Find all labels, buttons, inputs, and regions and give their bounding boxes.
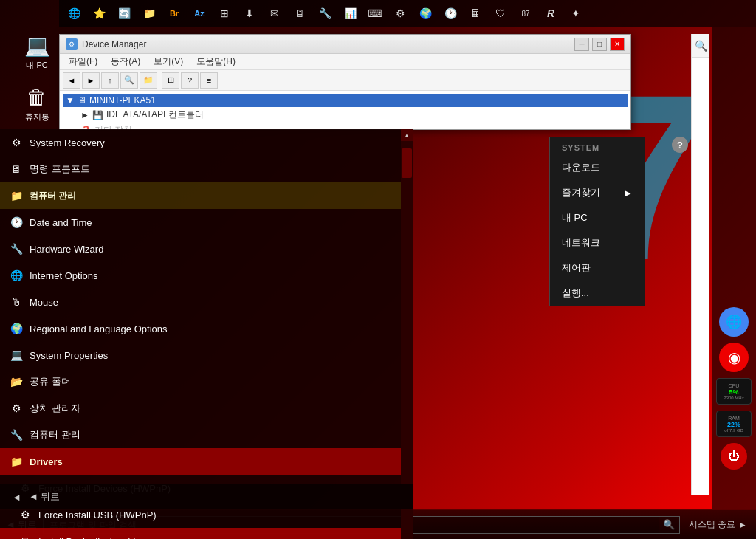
br-icon[interactable]: Br [162,3,186,24]
shared-folder-label: 공유 폴더 [30,375,71,388]
settings2-icon[interactable]: ⚙ [388,3,412,24]
mouse-icon: 🖱 [9,295,24,309]
help-button[interactable]: ? [672,137,688,153]
maximize-button[interactable]: □ [592,38,607,51]
globe-icon[interactable]: 🌍 [413,3,437,24]
search-button[interactable]: 🔍 [659,516,680,534]
device-manager-window: ⚙ Device Manager ─ □ ✕ 파일(F) 동작(A) 보기(V)… [59,34,631,130]
tools-icon[interactable]: 🔧 [313,3,337,24]
date-time-icon: 🕐 [9,215,24,230]
scroll-track [401,141,413,539]
install-basic-display-item[interactable]: 🖥 Install Basic display driver [0,528,413,539]
scroll-up-button[interactable]: ▲ [401,129,413,141]
minimize-button[interactable]: ─ [574,38,589,51]
system-recovery-item[interactable]: ⚙ System Recovery [0,129,413,156]
regional-icon: 🌍 [9,321,24,336]
device-manager-menubar: 파일(F) 동작(A) 보기(V) 도움말(H) [60,54,630,70]
computer-mgmt-icon: 🔧 [9,428,24,442]
r-letter-icon[interactable]: R [539,3,563,24]
az-icon[interactable]: Az [188,3,211,24]
shared-folder-icon: 📂 [9,374,24,389]
star-icon[interactable]: ⭐ [87,3,111,24]
network-menu-item[interactable]: 네트워크 [550,230,645,255]
clock2-icon[interactable]: 🕐 [439,3,462,24]
downloads-menu-item[interactable]: 다운로드 [550,155,645,180]
properties-tool-button[interactable]: ⊞ [162,72,179,89]
calculator-icon[interactable]: 🖩 [464,3,487,24]
favorites-menu-item[interactable]: 즐겨찾기 ► [550,180,645,205]
device-manager-titlebar: ⚙ Device Manager ─ □ ✕ [60,35,630,54]
back-tool-button[interactable]: ◄ [63,72,80,89]
force-usb-icon: ⚙ [18,507,32,522]
favorites-label: 즐겨찾기 [562,186,600,199]
shutdown-widget[interactable]: ⏻ [721,443,747,470]
white-search-icon[interactable]: 🔍 [692,34,709,58]
monitor-icon[interactable]: 🖥 [288,3,312,24]
folder-icon[interactable]: 📁 [137,3,161,24]
keyboard-icon[interactable]: ⌨ [363,3,387,24]
mouse-item[interactable]: 🖱 Mouse [0,289,413,315]
search-tool-button[interactable]: 🔍 [120,72,138,89]
date-time-label: Date and Time [30,217,92,228]
dm-tree-ide[interactable]: ► 💾 IDE ATA/ATAPI 컨트롤러 [63,107,628,123]
top-iconbar: 🌐 ⭐ 🔄 📁 Br Az ⊞ ⬇ ✉ 🖥 🔧 📊 ⌨ ⚙ 🌍 🕐 🖩 🛡 87… [59,0,756,27]
cpu-value: 5% [729,388,738,396]
dm-root-label: MININT-PEKA51 [89,95,156,106]
run-label: 실행... [562,286,589,300]
chart-icon[interactable]: 📊 [338,3,362,24]
download-icon[interactable]: ⬇ [238,3,261,24]
forward-tool-button[interactable]: ► [82,72,100,89]
shutdown-button[interactable]: 시스템 종료 ► [680,518,756,531]
computer-manage-header-item[interactable]: 📁 컴퓨터 관리 [0,182,413,209]
cpu-label: CPU [729,383,740,388]
shared-folder-item[interactable]: 📂 공유 폴더 [0,368,413,395]
shield2-icon[interactable]: 🛡 [489,3,512,24]
my-computer-img: 💻 [24,33,50,58]
regional-language-item[interactable]: 🌍 Regional and Language Options [0,315,413,342]
mail-icon[interactable]: ✉ [263,3,286,24]
run-menu-item[interactable]: 실행... [550,281,645,306]
control-panel-menu-item[interactable]: 제어판 [550,255,645,281]
refresh-icon[interactable]: 🔄 [112,3,136,24]
dm-tree-other[interactable]: ❓ 기타 장치 [63,123,628,129]
context-section-label: SYSTEM [550,137,645,155]
view-menu[interactable]: 보기(V) [148,54,189,69]
collapse-arrow-icon: ► [80,110,89,120]
grid-icon[interactable]: ⊞ [213,3,236,24]
computer-management-item[interactable]: 🔧 컴퓨터 관리 [0,422,413,448]
device-mgr-icon: ⚙ [9,401,24,416]
red-widget[interactable]: ◉ [719,343,749,372]
my-computer-icon[interactable]: 💻 내 PC [15,33,59,71]
system-properties-item[interactable]: 💻 System Properties [0,342,413,368]
star3-icon[interactable]: ✦ [564,3,588,24]
hardware-wizard-item[interactable]: 🔧 Hardware Wizard [0,236,413,262]
action-menu[interactable]: 동작(A) [105,54,146,69]
internet-options-item[interactable]: 🌐 Internet Options [0,262,413,289]
back-label: ◄ 뒤로 [29,490,60,504]
help-menu[interactable]: 도움말(H) [190,54,241,69]
cmd-prompt-item[interactable]: 🖥 명령 프롬프트 [0,156,413,182]
my-pc-menu-item[interactable]: 내 PC [550,205,645,230]
file-menu[interactable]: 파일(F) [63,54,103,69]
shutdown-label: 시스템 종료 [689,518,735,531]
help-tool-button[interactable]: ? [181,72,199,89]
close-button[interactable]: ✕ [610,38,625,51]
dm-other-label: 기타 장치 [94,124,132,129]
computer-manage-header-label: 컴퓨터 관리 [30,190,76,202]
right-sidebar: 🌐 ◉ CPU 5% 2300 MHz RAM 22% of 7.9 GB ⏻ [712,27,756,509]
recycle-bin-icon[interactable]: 🗑 휴지통 [15,85,59,123]
folder-tool-button[interactable]: 📁 [140,72,157,89]
expand-arrow-icon: ▼ [66,95,75,106]
views-tool-button[interactable]: ≡ [200,72,218,89]
chrome-widget[interactable]: 🌐 [719,307,749,337]
scroll-thumb[interactable] [402,148,412,178]
internet-explorer-icon[interactable]: 🌐 [62,3,86,24]
dm-tree-root[interactable]: ▼ 🖥 MININT-PEKA51 [63,94,628,107]
back-button-row[interactable]: ◄ ◄ 뒤로 [0,484,413,509]
number-icon[interactable]: 87 [514,3,537,24]
system-props-icon: 💻 [9,348,24,363]
up-tool-button[interactable]: ↑ [101,72,119,89]
drivers-header-item[interactable]: 📁 Drivers [0,448,413,475]
date-time-item[interactable]: 🕐 Date and Time [0,209,413,236]
device-manager-item[interactable]: ⚙ 장치 관리자 [0,395,413,422]
